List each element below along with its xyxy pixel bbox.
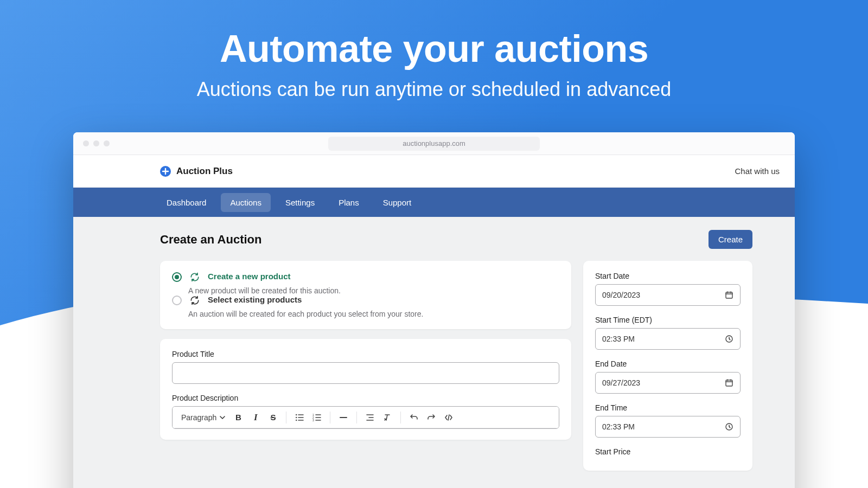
rte-code-button[interactable] (441, 410, 456, 425)
brand-text: Auction Plus (176, 166, 233, 177)
end-date-input[interactable]: 09/27/2023 (595, 372, 741, 394)
hero-title: Automate your auctions (0, 27, 868, 70)
start-time-value: 02:33 PM (602, 335, 635, 343)
end-time-label: End Time (595, 403, 741, 412)
minus-icon (339, 413, 348, 422)
calendar-icon (725, 378, 733, 387)
start-price-label: Start Price (595, 447, 741, 456)
address-text: auctionplusapp.com (403, 139, 465, 147)
option-select-title: Select existing products (208, 295, 559, 304)
radio-create-new[interactable] (172, 272, 182, 282)
svg-point-1 (296, 414, 297, 415)
rte-strike-button[interactable]: S (265, 410, 280, 425)
start-date-input[interactable]: 09/20/2023 (595, 284, 741, 306)
page-header-row: Create an Auction Create (160, 230, 752, 249)
svg-rect-9 (726, 380, 732, 386)
clock-icon (725, 422, 733, 431)
end-time-input[interactable]: 02:33 PM (595, 416, 741, 438)
page-content: Create an Auction Create (73, 217, 795, 488)
address-bar[interactable]: auctionplusapp.com (328, 137, 540, 151)
product-desc-label: Product Description (172, 394, 559, 402)
clear-format-icon (383, 413, 392, 422)
start-date-value: 09/20/2023 (602, 291, 640, 299)
rte-divider (330, 412, 330, 423)
product-details-card: Product Title Product Description Paragr… (160, 339, 571, 440)
start-time-label: Start Time (EDT) (595, 316, 741, 324)
align-right-icon (366, 413, 374, 422)
rte-divider (400, 412, 401, 423)
nav-item-settings[interactable]: Settings (276, 193, 324, 212)
svg-rect-7 (726, 292, 732, 298)
calendar-icon (725, 291, 733, 299)
browser-window: auctionplusapp.com Auction Plus Chat wit… (73, 132, 795, 488)
rte-divider (286, 412, 286, 423)
sync-icon (189, 272, 200, 282)
option-select-desc: An auction will be created for each prod… (188, 310, 559, 318)
end-date-value: 09/27/2023 (602, 378, 640, 387)
rte-clear-format-button[interactable] (380, 410, 395, 425)
chevron-down-icon (220, 415, 225, 420)
brand[interactable]: Auction Plus (160, 166, 233, 177)
schedule-card: Start Date 09/20/2023 Start Time (EDT) 0… (583, 261, 752, 471)
rte-italic-button[interactable]: I (248, 410, 263, 425)
product-title-input[interactable] (172, 362, 559, 384)
rte-bold-button[interactable]: B (231, 410, 246, 425)
end-time-value: 02:33 PM (602, 422, 635, 431)
ordered-list-icon: 123 (312, 413, 321, 422)
undo-icon (410, 413, 418, 422)
option-create-desc: A new product will be created for this a… (188, 286, 559, 295)
rte-redo-button[interactable] (424, 410, 439, 425)
nav-item-plans[interactable]: Plans (329, 193, 368, 212)
rte-style-value: Paragraph (181, 413, 216, 422)
start-date-label: Start Date (595, 272, 741, 280)
rte-ordered-list-button[interactable]: 123 (309, 410, 324, 425)
chat-link[interactable]: Chat with us (735, 166, 780, 176)
redo-icon (427, 413, 436, 422)
page-title: Create an Auction (160, 233, 261, 247)
nav-item-auctions[interactable]: Auctions (221, 193, 271, 212)
bullet-list-icon (295, 413, 304, 422)
rte-align-right-button[interactable] (362, 410, 378, 425)
traffic-close-icon (83, 140, 89, 146)
sync-icon (189, 295, 200, 306)
rte-toolbar: Paragraph B I S (173, 407, 559, 428)
nav-item-support[interactable]: Support (374, 193, 421, 212)
option-select-existing[interactable]: Select existing products (172, 295, 559, 306)
rte-hr-button[interactable] (336, 410, 351, 425)
rich-text-editor: Paragraph B I S (172, 406, 559, 429)
end-date-label: End Date (595, 359, 741, 368)
browser-chrome: auctionplusapp.com (73, 132, 795, 155)
traffic-lights (83, 140, 110, 146)
rte-style-select[interactable]: Paragraph (178, 411, 228, 424)
create-button[interactable]: Create (709, 230, 752, 249)
traffic-max-icon (104, 140, 110, 146)
clock-icon (725, 335, 733, 343)
start-time-input[interactable]: 02:33 PM (595, 328, 741, 350)
radio-select-existing[interactable] (172, 296, 182, 305)
traffic-min-icon (93, 140, 99, 146)
svg-text:3: 3 (312, 419, 314, 422)
nav-bar: Dashboard Auctions Settings Plans Suppor… (73, 188, 795, 217)
plus-circle-icon (160, 166, 171, 177)
code-icon (444, 413, 453, 422)
app-header: Auction Plus Chat with us (73, 155, 795, 188)
product-source-card: Create a new product A new product will … (160, 261, 571, 329)
rte-divider (356, 412, 357, 423)
option-create-title: Create a new product (208, 272, 559, 281)
rte-bullet-list-button[interactable] (292, 410, 307, 425)
svg-point-2 (296, 416, 297, 418)
hero-subtitle: Auctions can be run anytime or scheduled… (0, 78, 868, 101)
nav-item-dashboard[interactable]: Dashboard (157, 193, 215, 212)
rte-undo-button[interactable] (406, 410, 422, 425)
svg-point-3 (296, 419, 297, 420)
option-create-new[interactable]: Create a new product (172, 272, 559, 283)
product-title-label: Product Title (172, 350, 559, 358)
